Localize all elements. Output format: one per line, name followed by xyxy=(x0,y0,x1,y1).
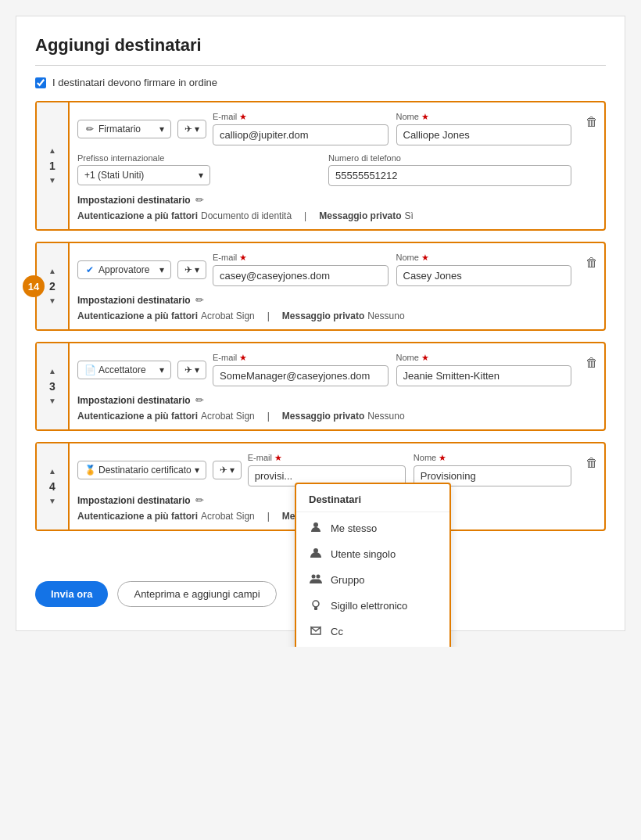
msg-key-1: Messaggio privato xyxy=(319,210,401,221)
chevron-down-2[interactable]: ▼ xyxy=(47,296,58,307)
role-label-2: Approvatore xyxy=(98,264,149,275)
role-label-3: Accettatore xyxy=(98,364,146,375)
svg-marker-6 xyxy=(311,627,320,634)
recipient-side-3: ▲ 3 ▼ xyxy=(37,343,70,429)
prefix-label-1: Prefisso internazionale xyxy=(77,153,320,163)
auth-item-2: Autenticazione a più fattori Acrobat Sig… xyxy=(77,311,255,321)
settings-row-1: Impostazioni destinatario ✏ xyxy=(77,194,571,206)
recipient-main-row-3: 📄 Accettatore ▾ ✈ ▾ E-mail ★ Nome ★ xyxy=(77,353,571,386)
dropdown-item-me-stesso[interactable]: Me stesso xyxy=(296,515,449,541)
prefix-chevron-1: ▾ xyxy=(199,170,203,181)
prefix-select-1[interactable]: +1 (Stati Uniti) ▾ xyxy=(77,165,210,185)
order-checkbox[interactable] xyxy=(35,77,46,88)
name-input-2[interactable] xyxy=(396,265,572,286)
msg-key-3: Messaggio privato xyxy=(282,411,364,422)
dropdown-item-sigillo[interactable]: Sigillo elettronico xyxy=(296,593,449,619)
role-chevron-3: ▾ xyxy=(159,364,164,375)
chevron-up-3[interactable]: ▲ xyxy=(47,366,58,377)
prefix-value-1: +1 (Stati Uniti) xyxy=(84,170,144,181)
chevron-down-1[interactable]: ▼ xyxy=(47,175,58,186)
edit-icon-2[interactable]: ✏ xyxy=(195,294,204,306)
recipient-block-3: ▲ 3 ▼ 📄 Accettatore ▾ ✈ ▾ E-mail ★ xyxy=(35,342,606,431)
send-btn-3[interactable]: ✈ ▾ xyxy=(177,361,206,379)
chevron-up-2[interactable]: ▲ xyxy=(47,266,58,277)
dropdown-label-cc: Cc xyxy=(331,626,343,637)
page-title: Aggiungi destinatari xyxy=(35,35,606,56)
role-icon-2: ✔ xyxy=(84,264,95,275)
settings-label-4: Impostazioni destinatario xyxy=(77,495,191,506)
name-input-3[interactable] xyxy=(396,365,572,386)
edit-icon-3[interactable]: ✏ xyxy=(195,394,204,406)
auth-value-2: Acrobat Sign xyxy=(201,311,255,321)
invia-ora-button[interactable]: Invia ora xyxy=(35,581,108,607)
recipient-block-4: ▲ 4 ▼ 🏅 Destinatario certificato ▾ ✈ ▾ E… xyxy=(35,442,606,531)
name-label-2: Nome ★ xyxy=(396,253,572,263)
dropdown-label-utente-singolo: Utente singolo xyxy=(331,548,396,560)
delete-btn-1[interactable]: 🗑 xyxy=(579,109,604,135)
chevron-up-4[interactable]: ▲ xyxy=(47,466,58,477)
email-wrap-1: E-mail ★ xyxy=(213,112,389,145)
name-label-1: Nome ★ xyxy=(396,112,572,122)
name-wrap-4: Nome ★ xyxy=(414,453,571,486)
email-label-1: E-mail ★ xyxy=(213,112,389,122)
delete-btn-3[interactable]: 🗑 xyxy=(579,350,604,376)
edit-icon-4[interactable]: ✏ xyxy=(195,494,204,506)
role-icon-3: 📄 xyxy=(84,364,95,375)
email-label-4: E-mail ★ xyxy=(248,453,406,463)
send-chevron-3: ▾ xyxy=(195,364,199,375)
email-input-3[interactable] xyxy=(213,365,389,386)
role-select-1[interactable]: ✏ Firmatario ▾ xyxy=(77,120,171,138)
dropdown-item-cc[interactable]: Cc xyxy=(296,619,449,644)
send-btn-2[interactable]: ✈ ▾ xyxy=(177,260,206,279)
recipient-number-4: 4 xyxy=(49,480,56,493)
svg-rect-5 xyxy=(314,607,317,610)
msg-value-3: Nessuno xyxy=(367,411,404,422)
recipient-number-1: 1 xyxy=(49,160,56,172)
auth-item-4: Autenticazione a più fattori Acrobat Sig… xyxy=(77,511,255,522)
role-select-2[interactable]: ✔ Approvatore ▾ xyxy=(77,260,171,279)
edit-icon-1[interactable]: ✏ xyxy=(195,194,204,206)
prefix-wrap-1: Prefisso internazionale +1 (Stati Uniti)… xyxy=(77,153,320,186)
delete-btn-2[interactable]: 🗑 xyxy=(579,249,604,276)
chevron-down-4[interactable]: ▼ xyxy=(47,496,58,507)
page-container: Aggiungi destinatari I destinatari devon… xyxy=(16,16,625,631)
settings-row-3: Impostazioni destinatario ✏ xyxy=(77,394,571,406)
dropdown-item-utente-singolo[interactable]: Utente singolo xyxy=(296,541,449,567)
auth-value-4: Acrobat Sign xyxy=(201,511,255,522)
chevron-up-1[interactable]: ▲ xyxy=(47,145,58,156)
name-input-1[interactable] xyxy=(396,124,572,145)
email-wrap-4: E-mail ★ xyxy=(248,453,406,486)
recipient-side-4: ▲ 4 ▼ xyxy=(37,443,70,529)
send-chevron-4: ▾ xyxy=(230,465,235,476)
recipient-block-1: ▲ 1 ▼ ✏ Firmatario ▾ ✈ ▾ E-mail ★ xyxy=(35,101,606,231)
anteprima-button[interactable]: Anteprima e aggiungi campi xyxy=(117,581,276,607)
email-input-1[interactable] xyxy=(213,124,389,145)
send-icon-3: ✈ xyxy=(184,364,192,375)
email-input-2[interactable] xyxy=(213,265,389,286)
svg-point-3 xyxy=(317,575,320,579)
role-chevron-2: ▾ xyxy=(159,264,164,275)
auth-key-2: Autenticazione a più fattori xyxy=(77,311,198,321)
role-select-4[interactable]: 🏅 Destinatario certificato ▾ xyxy=(77,461,206,479)
settings-row-2: Impostazioni destinatario ✏ xyxy=(77,294,571,306)
phone-input-1[interactable] xyxy=(328,165,571,186)
recipient-content-1: ✏ Firmatario ▾ ✈ ▾ E-mail ★ Nome ★ xyxy=(70,102,579,229)
send-icon-1: ✈ xyxy=(184,124,192,135)
msg-key-2: Messaggio privato xyxy=(282,311,364,321)
send-btn-4[interactable]: ✈ ▾ xyxy=(213,461,242,479)
send-btn-1[interactable]: ✈ ▾ xyxy=(177,120,206,138)
auth-key-3: Autenticazione a più fattori xyxy=(77,411,198,422)
recipient-main-row-1: ✏ Firmatario ▾ ✈ ▾ E-mail ★ Nome ★ xyxy=(77,112,571,145)
auth-value-3: Acrobat Sign xyxy=(201,411,255,422)
name-wrap-3: Nome ★ xyxy=(396,353,572,386)
role-chevron-4: ▾ xyxy=(195,465,199,476)
auth-value-1: Documento di identità xyxy=(201,210,292,221)
delete-btn-4[interactable]: 🗑 xyxy=(579,450,604,476)
role-select-3[interactable]: 📄 Accettatore ▾ xyxy=(77,361,171,379)
settings-label-2: Impostazioni destinatario xyxy=(77,295,191,306)
dropdown-item-gruppo[interactable]: Gruppo xyxy=(296,567,449,593)
auth-item-1: Autenticazione a più fattori Documento d… xyxy=(77,210,292,221)
dropdown-label-sigillo: Sigillo elettronico xyxy=(331,600,407,612)
chevron-down-3[interactable]: ▼ xyxy=(47,396,58,407)
name-wrap-2: Nome ★ xyxy=(396,253,572,286)
